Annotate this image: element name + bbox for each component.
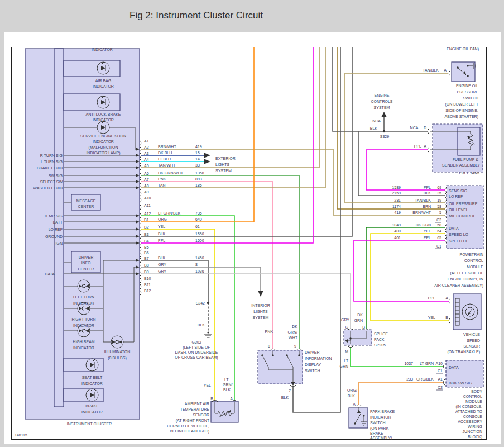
svg-text:TEMP SIG: TEMP SIG: [44, 214, 63, 218]
svg-text:ACCESSORY: ACCESSORY: [458, 420, 482, 424]
svg-text:S242: S242: [196, 301, 205, 305]
svg-text:LT: LT: [344, 359, 348, 363]
vss-box: [453, 294, 481, 330]
svg-text:69: 69: [437, 186, 441, 189]
svg-text:(IN CONSOLE,: (IN CONSOLE,: [456, 405, 483, 409]
svg-text:ANTI-LOCK BRAKE: ANTI-LOCK BRAKE: [85, 112, 121, 116]
svg-text:BODY: BODY: [471, 389, 482, 393]
svg-text:C1: C1: [438, 369, 443, 373]
svg-text:INFORMATION: INFORMATION: [305, 356, 332, 360]
svg-text:2759: 2759: [392, 191, 401, 195]
svg-text:INDICATOR: INDICATOR: [81, 410, 103, 414]
svg-text:YEL: YEL: [158, 225, 165, 229]
svg-text:INDICATOR: INDICATOR: [81, 382, 103, 386]
svg-text:YEL: YEL: [424, 229, 431, 233]
svg-text:ENGINE OIL PAN): ENGINE OIL PAN): [447, 47, 479, 51]
svg-text:BLK: BLK: [223, 388, 231, 392]
svg-text:231: 231: [394, 198, 401, 202]
svg-text:(ON PARK: (ON PARK: [370, 426, 389, 431]
svg-text:A: A: [353, 402, 356, 406]
svg-text:1174: 1174: [392, 205, 401, 208]
svg-text:INDICATOR: INDICATOR: [93, 84, 114, 88]
svg-text:DATA: DATA: [449, 365, 459, 369]
svg-text:B5: B5: [144, 245, 149, 249]
svg-text:GRN: GRN: [354, 318, 363, 322]
svg-text:CENTER: CENTER: [78, 267, 94, 271]
svg-text:SENSOR: SENSOR: [193, 413, 209, 417]
svg-text:BLK: BLK: [158, 232, 166, 236]
svg-text:INDICATOR: INDICATOR: [73, 346, 94, 350]
svg-text:IGN: IGN: [56, 241, 63, 245]
svg-text:SPEED HI: SPEED HI: [449, 239, 467, 243]
svg-text:DISPLAY: DISPLAY: [305, 363, 321, 367]
svg-text:ENGINE OIL: ENGINE OIL: [456, 84, 478, 88]
svg-text:INTERIOR: INTERIOR: [251, 303, 270, 307]
svg-text:GRY: GRY: [158, 263, 166, 267]
svg-text:S329: S329: [380, 135, 389, 139]
svg-text:B7: B7: [144, 256, 149, 260]
svg-text:SELECT SW: SELECT SW: [40, 180, 63, 184]
svg-text:HIGH BEAM: HIGH BEAM: [73, 340, 94, 344]
svg-text:YEL: YEL: [428, 316, 435, 320]
svg-text:DK BLU: DK BLU: [158, 151, 172, 155]
svg-text:PPL: PPL: [424, 236, 431, 240]
svg-text:DRIVER: DRIVER: [79, 255, 93, 259]
svg-text:DASH, ON UNDERSIDE: DASH, ON UNDERSIDE: [175, 350, 218, 354]
svg-text:14: 14: [195, 157, 200, 161]
svg-text:BLK: BLK: [370, 126, 378, 130]
svg-text:DK: DK: [292, 325, 297, 329]
svg-text:B2: B2: [144, 225, 149, 229]
svg-text:SEAT BELT: SEAT BELT: [82, 375, 103, 379]
svg-text:A4: A4: [144, 158, 149, 161]
svg-text:893: 893: [195, 177, 202, 181]
svg-text:LT GRN/BLK: LT GRN/BLK: [158, 211, 181, 215]
svg-text:419: 419: [195, 145, 202, 149]
svg-text:BLK: BLK: [348, 394, 356, 398]
svg-text:1450: 1450: [195, 256, 204, 260]
svg-text:61: 61: [195, 225, 200, 229]
svg-text:VEHICLE: VEHICLE: [463, 332, 480, 336]
svg-text:735: 735: [195, 211, 202, 215]
svg-text:AIR CLEANER ASSEMBLY): AIR CLEANER ASSEMBLY): [434, 283, 483, 288]
svg-text:400: 400: [394, 229, 401, 233]
svg-text:OF CROSS CAR BEAM): OF CROSS CAR BEAM): [175, 355, 218, 360]
oil-pressure-switch-box: [452, 62, 475, 82]
svg-text:LT BLU: LT BLU: [158, 157, 171, 161]
svg-text:ABOVE STARTER): ABOVE STARTER): [445, 115, 478, 119]
svg-text:SENS SIG: SENS SIG: [449, 189, 467, 193]
svg-text:B12: B12: [144, 289, 151, 293]
svg-text:LIGHTS: LIGHTS: [215, 163, 230, 167]
svg-text:7: 7: [289, 389, 291, 393]
svg-text:CONTROL: CONTROL: [463, 394, 482, 398]
svg-text:DK GRN: DK GRN: [416, 223, 431, 227]
svg-text:A1: A1: [438, 377, 443, 381]
svg-text:G202: G202: [191, 340, 201, 344]
svg-text:1589: 1589: [392, 186, 401, 189]
svg-text:ENGINE COMPT, IN: ENGINE COMPT, IN: [448, 277, 483, 281]
svg-text:AIR BAG: AIR BAG: [95, 79, 111, 83]
svg-text:8: 8: [268, 344, 270, 348]
svg-text:BLK: BLK: [198, 323, 205, 327]
svg-text:BRN/WHT: BRN/WHT: [158, 145, 176, 149]
svg-text:MESSAGE: MESSAGE: [76, 199, 96, 203]
svg-text:(AT RIGHT FRONT: (AT RIGHT FRONT: [176, 419, 210, 423]
svg-text:(MALFUNCTION: (MALFUNCTION: [89, 145, 118, 150]
svg-text:CONTROLS: CONTROLS: [371, 99, 393, 103]
svg-text:401: 401: [394, 236, 401, 240]
svg-text:A2: A2: [144, 145, 149, 149]
svg-text:D: D: [424, 126, 426, 130]
svg-text:CONSOLE: CONSOLE: [463, 415, 483, 419]
svg-text:TAN: TAN: [158, 183, 165, 187]
svg-text:SPLICE: SPLICE: [374, 332, 388, 336]
svg-text:SP205: SP205: [374, 343, 386, 347]
svg-text:8: 8: [195, 263, 198, 267]
svg-text:BEHIND HEADLIGHT): BEHIND HEADLIGHT): [170, 429, 209, 434]
svg-text:B8: B8: [144, 263, 149, 267]
svg-text:LO REF: LO REF: [49, 227, 63, 231]
svg-text:BATT: BATT: [53, 220, 63, 224]
svg-text:58: 58: [437, 205, 441, 208]
svg-text:FUEL PUMP &: FUEL PUMP &: [453, 158, 479, 161]
svg-text:BRAKE: BRAKE: [370, 431, 383, 435]
svg-text:419: 419: [394, 211, 401, 215]
data-row-label: DATA: [45, 272, 55, 276]
